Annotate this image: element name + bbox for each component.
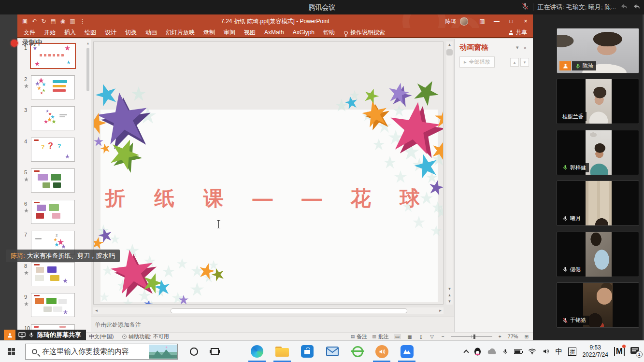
thumbnail-scrollbar[interactable]: ▴ [86, 41, 90, 330]
scroll-left-icon[interactable]: ◂ [93, 307, 100, 314]
next-slide-icon[interactable]: ▾ [446, 298, 453, 305]
save-icon[interactable]: ▣ [22, 18, 28, 24]
ribbon-tab-12[interactable]: AxMath [260, 28, 288, 37]
tray-app-logo[interactable]: M [614, 347, 625, 356]
ribbon-tab-14[interactable]: 帮助 [319, 28, 339, 37]
notes-placeholder[interactable]: 单击此处添加备注 [95, 321, 141, 329]
comments-toggle-button[interactable]: ▥ 批注 [372, 333, 389, 340]
move-down-icon[interactable]: ▾ [520, 58, 529, 67]
zoom-slider[interactable] [451, 336, 492, 337]
scrollbar-thumb[interactable] [171, 308, 407, 313]
undo-icon[interactable]: ↶ [32, 18, 37, 24]
minimize-button[interactable]: — [489, 14, 504, 28]
slide-thumbnail-3[interactable]: 3 [17, 106, 91, 133]
qat-more-icon[interactable]: ⋮ [80, 18, 86, 24]
participant-tile-1[interactable]: 陈琦 [557, 28, 639, 73]
ribbon-tab-8[interactable]: 幻灯片放映 [161, 28, 199, 37]
ribbon-tab-1[interactable]: 文件 [19, 28, 40, 37]
slide-thumbnail-2[interactable]: 2 [17, 75, 91, 102]
scrollbar-thumb[interactable] [86, 48, 89, 91]
ribbon-tab-7[interactable]: 动画 [141, 28, 161, 37]
image-tool-icon[interactable]: ▥ [70, 18, 75, 24]
tray-mic-icon[interactable] [502, 348, 508, 355]
participant-tile-4[interactable]: 曦月 [557, 181, 639, 226]
chevron-down-icon[interactable]: ▾ [514, 44, 521, 51]
curved-arrow-icon[interactable] [632, 2, 641, 13]
ime-pinyin-indicator[interactable]: 拼 [568, 348, 576, 356]
taskbar-edge-button[interactable] [246, 341, 268, 362]
participant-tile-6[interactable]: 于铭皓 [557, 282, 639, 328]
share-button[interactable]: 共享 [509, 28, 527, 37]
volume-icon[interactable] [542, 348, 549, 355]
horizontal-scrollbar[interactable]: ◂ ▸ [93, 307, 444, 314]
slide-editing-canvas[interactable]: 折 纸 课 — — 花 球 ▴ ▾ ▴ ▾ ◂ ▸ 单击此处添加备注 [91, 39, 454, 332]
account-avatar[interactable] [460, 17, 468, 26]
ribbon-tab-9[interactable]: 录制 [199, 28, 219, 37]
zoom-slider-thumb[interactable] [473, 334, 475, 339]
vertical-scrollbar[interactable]: ▴ ▾ ▴ ▾ [446, 42, 453, 305]
search-highlight-image[interactable] [149, 345, 177, 359]
taskbar-audio-app-button[interactable] [371, 341, 392, 362]
slide-thumbnail-6[interactable]: 6 [17, 200, 91, 227]
curved-arrow-icon[interactable] [620, 2, 629, 13]
notes-pane[interactable]: 单击此处添加备注 [91, 317, 454, 332]
slide-thumbnail-4[interactable]: 4??? [17, 138, 91, 165]
zoom-in-button[interactable]: + [497, 334, 503, 339]
slide-thumbnail-9[interactable]: 9 [17, 293, 91, 320]
previous-slide-icon[interactable]: ▴ [446, 292, 453, 298]
scroll-up-icon[interactable]: ▴ [446, 42, 453, 48]
ribbon-tab-4[interactable]: 绘图 [80, 28, 100, 37]
taskbar-tencent-meeting-button[interactable] [396, 341, 417, 362]
fit-to-window-icon[interactable]: ⊞ [523, 334, 530, 339]
taskbar-clock[interactable]: 9:53 2022/7/24 [582, 344, 608, 359]
taskbar-store-button[interactable] [297, 341, 318, 362]
reading-view-button[interactable]: ▯ [418, 334, 424, 339]
cloud-icon[interactable] [487, 348, 497, 355]
slideshow-view-button[interactable]: ▽ [429, 334, 435, 339]
redo-icon[interactable]: ↻ [41, 18, 46, 24]
taskbar-file-explorer-button[interactable] [272, 341, 293, 362]
slide-title-text[interactable]: 折 纸 课 — — 花 球 [94, 185, 443, 212]
notification-center-button[interactable]: 1 [630, 347, 640, 356]
move-up-icon[interactable]: ▴ [510, 58, 519, 67]
notes-toggle-button[interactable]: ▤ 备注 [351, 333, 368, 340]
cortana-button[interactable] [190, 348, 198, 356]
scroll-right-icon[interactable]: ▸ [437, 307, 444, 314]
ribbon-tab-5[interactable]: 设计 [100, 28, 121, 37]
slide-thumbnail-5[interactable]: 5 [17, 168, 91, 195]
ribbon-tab-10[interactable]: 审阅 [219, 28, 240, 37]
search-input[interactable]: 在这里输入你要搜索的内容 [25, 344, 178, 360]
tell-me-search[interactable]: 操作说明搜索 [344, 28, 385, 37]
scroll-up-icon[interactable]: ▴ [86, 41, 90, 46]
slide-sorter-view-button[interactable]: ▦ [406, 334, 413, 339]
qq-icon[interactable] [474, 348, 481, 356]
zoom-out-button[interactable]: − [440, 334, 446, 339]
participant-tile-3[interactable]: 郭梓健 [557, 130, 639, 175]
ribbon-tab-3[interactable]: 插入 [60, 28, 80, 37]
task-view-button[interactable] [211, 348, 219, 355]
slide[interactable]: 折 纸 课 — — 花 球 [93, 42, 444, 305]
slide-thumbnail-8[interactable]: 8 [17, 262, 91, 289]
slide-thumbnail-1[interactable]: 1 [17, 44, 91, 71]
wifi-icon[interactable] [528, 348, 536, 355]
ribbon-tab-13[interactable]: AxGlyph [288, 28, 319, 37]
slideshow-icon[interactable]: ▤ [50, 18, 56, 24]
language-status[interactable]: 中文(中国) [89, 333, 114, 340]
close-icon[interactable]: × [521, 45, 529, 51]
ribbon-display-options-icon[interactable]: ▥ [475, 14, 489, 28]
close-button[interactable]: × [518, 14, 533, 28]
battery-icon[interactable] [514, 349, 522, 354]
ribbon-tab-2[interactable]: 开始 [40, 28, 60, 37]
screen-share-indicator[interactable]: 陈琦的屏幕共享 [4, 330, 86, 340]
touch-mode-icon[interactable]: ◉ [60, 18, 65, 24]
tray-expand-chevron-icon[interactable] [464, 349, 469, 355]
ribbon-tab-6[interactable]: 切换 [121, 28, 141, 37]
ime-language-indicator[interactable]: 中 [555, 347, 562, 356]
normal-view-button[interactable]: ▭ [394, 334, 401, 339]
start-button[interactable] [8, 348, 15, 355]
zoom-level[interactable]: 77% [508, 334, 518, 339]
maximize-button[interactable]: □ [504, 14, 518, 28]
participant-tile-5[interactable]: 偲偲 [557, 232, 639, 277]
play-all-button[interactable]: ▸ 全部播放 [459, 56, 495, 68]
taskbar-browser-button[interactable] [347, 341, 368, 362]
